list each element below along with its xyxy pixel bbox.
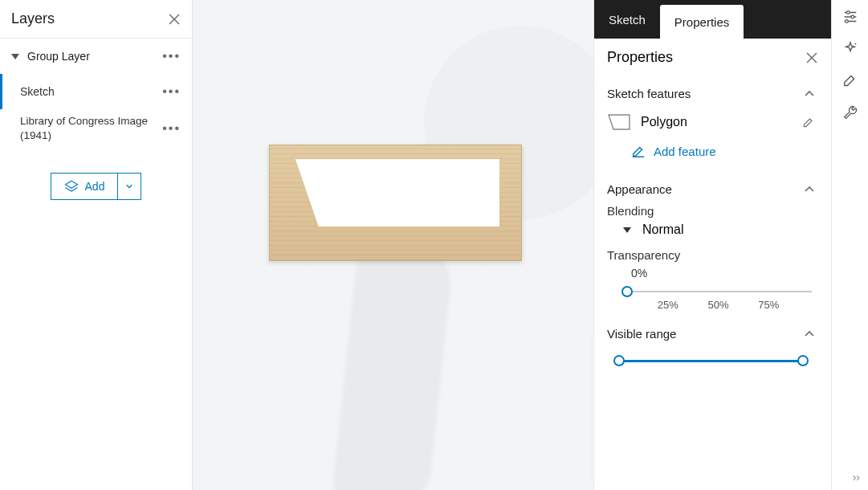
tick-25: 25% — [658, 299, 679, 311]
properties-title: Properties — [607, 49, 805, 66]
group-layer-more-button[interactable]: ••• — [162, 50, 181, 63]
section-heading: Appearance — [607, 182, 804, 196]
blending-dropdown[interactable]: Normal — [607, 223, 815, 237]
section-header-appearance[interactable]: Appearance — [607, 182, 815, 196]
section-heading: Sketch features — [607, 87, 804, 100]
svg-marker-10 — [65, 181, 77, 188]
layer-item-more-button[interactable]: ••• — [162, 85, 181, 98]
chevron-up-icon — [804, 88, 815, 100]
group-layer-label: Group Layer — [27, 50, 90, 63]
section-appearance: Appearance Blending Normal Transparency … — [594, 173, 828, 317]
tab-bar: Sketch Properties — [594, 0, 831, 39]
tick-75: 75% — [758, 299, 779, 311]
visible-range-slider[interactable] — [607, 349, 815, 362]
section-heading: Visible range — [607, 327, 804, 341]
triangle-down-icon — [11, 52, 19, 60]
collapse-chevrons-icon[interactable]: ›› — [853, 471, 860, 484]
layers-panel: Layers Group Layer ••• Sketch ••• Librar… — [0, 0, 193, 490]
add-feature-label: Add feature — [654, 145, 716, 158]
layers-icon — [64, 179, 79, 194]
sketch-polygon-cutout[interactable] — [289, 159, 499, 227]
transparency-label: Transparency — [607, 248, 815, 262]
svg-point-19 — [846, 11, 850, 14]
add-layer-bar: Add — [0, 173, 192, 200]
feature-row-polygon[interactable]: Polygon — [607, 108, 815, 136]
tab-sketch[interactable]: Sketch — [594, 0, 660, 39]
layer-item-label: Sketch — [20, 84, 157, 99]
properties-panel: Sketch Properties Properties Sketch feat… — [593, 0, 831, 490]
add-layer-dropdown-button[interactable] — [117, 173, 141, 200]
blending-value: Normal — [642, 223, 684, 237]
pencil-icon[interactable] — [802, 116, 815, 129]
sparkle-icon[interactable] — [842, 40, 859, 58]
layer-item-more-button[interactable]: ••• — [162, 122, 181, 135]
layers-title: Layers — [11, 10, 168, 27]
svg-point-21 — [845, 20, 848, 23]
layer-item-label: Library of Congress Image (1941) — [20, 114, 157, 142]
sliders-icon[interactable] — [842, 8, 859, 26]
triangle-down-icon — [623, 226, 631, 234]
close-icon[interactable] — [168, 13, 181, 26]
slider-track — [621, 291, 812, 292]
draw-icon — [631, 144, 646, 158]
close-icon[interactable] — [805, 51, 818, 64]
svg-marker-15 — [623, 227, 631, 233]
svg-marker-9 — [11, 54, 19, 59]
pen-tool-icon[interactable] — [842, 72, 859, 90]
slider-thumb[interactable] — [621, 286, 633, 297]
chevron-down-icon — [125, 182, 133, 190]
chevron-up-icon — [804, 184, 815, 195]
add-layer-button[interactable]: Add — [51, 173, 118, 200]
section-header-sketch-features[interactable]: Sketch features — [607, 87, 815, 100]
tick-50: 50% — [707, 299, 728, 311]
properties-scroll-area[interactable]: Sketch features Polygon Add feature Appe… — [594, 77, 831, 490]
add-feature-button[interactable]: Add feature — [607, 136, 815, 169]
chevron-up-icon — [804, 329, 815, 340]
slider-thumb-min[interactable] — [613, 355, 625, 366]
polygon-swatch-icon — [607, 113, 631, 131]
layers-header: Layers — [0, 0, 192, 39]
section-visible-range: Visible range — [594, 317, 828, 365]
slider-ticklabels: 25% 50% 75% — [621, 292, 812, 311]
wrench-icon[interactable] — [842, 104, 859, 122]
add-layer-label: Add — [85, 180, 105, 193]
layer-item-library-of-congress[interactable]: Library of Congress Image (1941) ••• — [0, 109, 192, 147]
tab-properties[interactable]: Properties — [660, 5, 744, 39]
svg-point-22 — [854, 43, 856, 45]
slider-track — [615, 360, 807, 362]
transparency-value: 0% — [607, 267, 815, 280]
svg-point-20 — [850, 15, 854, 18]
section-sketch-features: Sketch features Polygon Add feature — [594, 77, 828, 173]
svg-marker-13 — [609, 115, 630, 129]
slider-thumb-max[interactable] — [797, 355, 809, 366]
section-header-visible-range[interactable]: Visible range — [607, 327, 815, 341]
layer-item-sketch[interactable]: Sketch ••• — [0, 74, 192, 109]
properties-title-row: Properties — [594, 39, 831, 77]
feature-type-label: Polygon — [641, 115, 687, 129]
blending-label: Blending — [607, 204, 815, 218]
group-layer-row[interactable]: Group Layer ••• — [0, 39, 192, 74]
side-tool-strip: ☝ ›› — [831, 0, 868, 490]
transparency-slider[interactable]: 25% 50% 75% — [607, 283, 815, 314]
